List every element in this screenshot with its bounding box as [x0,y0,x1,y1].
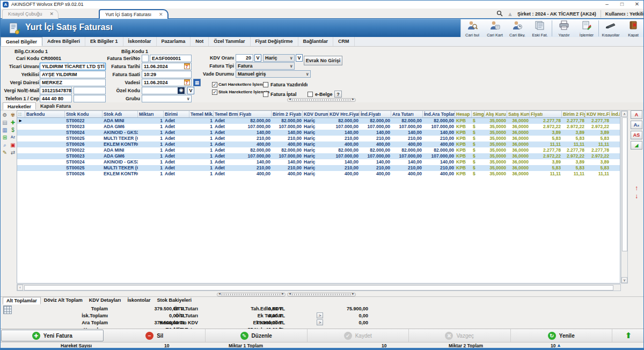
sort-as-button[interactable]: AS [631,131,642,139]
form-input-0[interactable]: YILDIRIM TİCARET LTD ŞTİ [40,63,106,70]
column-header-20[interactable]: KDV Hrc.Fiyat [586,111,610,117]
more-button[interactable]: > [317,312,323,318]
tab-ba-lant-lar[interactable]: Bağlantılar [298,37,334,46]
cari-hareket-checkbox[interactable]: ✓ [212,82,217,87]
date-helper-button[interactable]: ▦ [193,79,201,86]
calendar-icon[interactable] [184,63,190,69]
table-row[interactable]: ST00023ADA GM61Adet1Adet107.000,00107.00… [17,124,620,130]
scroll-up-icon[interactable]: ∧ [621,111,627,117]
column-header-2[interactable]: Stok Adı [103,111,138,117]
column-header-9[interactable]: KDV Durumu [303,111,328,117]
tab-not[interactable]: Not [191,37,209,46]
collapse-arrow-icon[interactable]: ▲ [557,342,561,348]
search-binocular-icon[interactable]: ⌕ [2,142,8,148]
column-header-7[interactable]: Fiyatı [238,111,272,117]
resize-button[interactable]: ◢ [631,141,642,150]
subtotal-grid-icon[interactable] [3,306,12,314]
edit-document-icon[interactable]: ✎ [2,150,8,156]
grid-vertical-scrollbar[interactable]: ∧ ∨ [621,110,628,284]
fatura-iptal-checkbox[interactable] [263,92,268,97]
maximize-button[interactable]: □ [614,1,630,8]
table-row[interactable]: ST00022ADA MINI1Adet1Adet82.000,0082.000… [17,147,620,153]
tab-ek-bilgiler-1[interactable]: Ek Bilgiler 1 [85,37,123,46]
new-document-icon[interactable]: ▤ [2,120,8,126]
toolbar-button-eski-fat-[interactable]: Eski Fat. [529,19,551,38]
evrak-no-button[interactable]: Evrak No Girişi [304,56,342,65]
toolbar-button-kapat[interactable]: Kapat [622,19,644,38]
column-header-21[interactable]: İnd.F [610,111,620,117]
sil-button[interactable]: −Sil [104,329,206,342]
form-splitter-handle[interactable] [287,98,356,102]
totals-tab-d-viz-alt-toplam[interactable]: Döviz Alt Toplam [41,297,86,304]
e-belge-checkbox[interactable] [308,92,313,97]
fatura-seri-input[interactable] [142,55,149,62]
move-up-icon[interactable]: ↑ [635,185,638,191]
form-input-4-b[interactable] [74,95,106,102]
form-input-1[interactable]: AYŞE YILDIRIM [40,71,106,78]
tab-i-skontolar[interactable]: İskontolar [123,37,157,46]
column-header-5[interactable]: Temel Mik. [189,111,214,117]
tab-fiyat-de-i-tirme[interactable]: Fiyat Değiştirme [251,37,298,46]
minimize-button[interactable]: – [599,1,614,8]
yeni-fatura-button[interactable]: ✚Yeni Fatura [1,330,104,341]
fatura-saati-input[interactable]: 10:29 [142,71,192,78]
column-header-18[interactable]: Fiyatı [530,111,562,117]
toolbar-button-k-sayollar[interactable]: Kısayollar [599,19,622,38]
notification-icon[interactable]: ▲ [507,11,513,17]
grid-horizontal-scrollbar[interactable]: ‹ [17,284,621,291]
ozel-kodu-v-button[interactable]: V [187,87,194,94]
form-input-4[interactable]: 444 40 80 [40,95,72,102]
calendar-icon[interactable] [184,79,190,85]
grid-splitter-handle-2[interactable] [287,293,356,296]
tab-pazarlama[interactable]: Pazarlama [157,37,191,46]
table-row[interactable]: ST00025MULTI TEKER (OI1Adet1Adet210,0021… [17,165,620,171]
column-header-10[interactable]: KDV Hrc.Fiyat [328,111,360,117]
table-row[interactable]: ST00024AKINOID - GKS341Adet1Adet140,0014… [17,159,620,165]
stop-icon[interactable]: ▣ [10,142,16,148]
totals-tab-alt-toplamlar[interactable]: Alt Toplamlar [3,297,41,304]
tab--zel-tan-mlar[interactable]: Özel Tanımlar [209,37,250,46]
window-tab-1[interactable]: Kısayol Çubuğu✕ [2,9,58,19]
totals-tab-i-skontolar[interactable]: İskontolar [124,297,153,304]
scrollbar-thumb[interactable] [24,285,613,291]
table-row[interactable]: ST00023ADA GM61Adet1Adet107.000,00107.00… [17,153,620,159]
table-row[interactable]: ►ST00022ADA MINI1Adet1Adet82.000,0082.00… [17,118,620,124]
kdv-mode-select[interactable]: Hariç [263,54,295,62]
grid-tab-hareketler[interactable]: Hareketler [3,102,36,110]
toolbar-button-cari-bul[interactable]: Cari bul [461,19,484,38]
toolbar-button-i-lemler[interactable]: İşlemler [575,19,598,38]
grid-splitter-handle[interactable] [217,293,286,296]
tab-genel-bilgiler[interactable]: Genel Bilgiler [1,37,42,46]
close-tab-icon[interactable]: ✕ [50,11,54,17]
grubu-select[interactable] [142,95,192,102]
lookup-icon[interactable]: ◉ [178,87,185,94]
form-input-2[interactable]: MERKEZ [40,79,106,86]
insert-document-icon[interactable]: ⊞ [2,135,8,141]
column-header-11[interactable]: İnd.Fiyatı [360,111,391,117]
column-header-15[interactable]: Simge [472,111,485,117]
column-header-19[interactable]: Birim 2 Fiyatı [562,111,586,117]
scroll-down-icon[interactable]: ∨ [621,277,627,283]
tab-adres-bilgileri[interactable]: Adres Bilgileri [42,37,85,46]
column-header-17[interactable]: Satış Kuru [507,111,530,117]
table-row[interactable]: ST00026EKLEM KONTROL1Adet1Adet400,00400,… [17,142,620,147]
move-down-icon[interactable]: ↓ [635,193,638,199]
column-header-8[interactable]: Birim 2 Fiyatı [272,111,303,117]
kdv-v-button[interactable]: V [254,54,261,62]
d-zenle-button[interactable]: ✎Düzenle [206,329,308,342]
kdv-orani-input[interactable]: 20 [236,54,253,62]
sort-az-button[interactable]: A₂ [631,121,642,129]
column-header-3[interactable]: Miktarı [138,111,164,117]
toolbar-button-yazd-r[interactable]: Yazdır [553,19,575,38]
column-header-1[interactable]: Stok Kodu [65,111,103,117]
panel-up-arrow-icon[interactable]: ⬆ [612,329,644,342]
column-header-12[interactable]: Ara Tutarı [391,111,423,117]
toolbar-button-cari-bky-[interactable]: Cari Bky. [506,19,529,38]
sort-az-icon[interactable]: ᴬᶻ [10,135,16,141]
column-header-16[interactable]: Alış Kuru [485,111,507,117]
tab-crm[interactable]: CRM [333,37,355,46]
form-input-3-b[interactable] [74,87,106,94]
table-row[interactable]: ST00026EKLEM KONTROL1Adet1Adet400,00400,… [17,171,620,177]
blue-document-icon[interactable]: ▥ [2,127,8,133]
fatura-tipi-select[interactable]: Fatura [236,62,295,70]
